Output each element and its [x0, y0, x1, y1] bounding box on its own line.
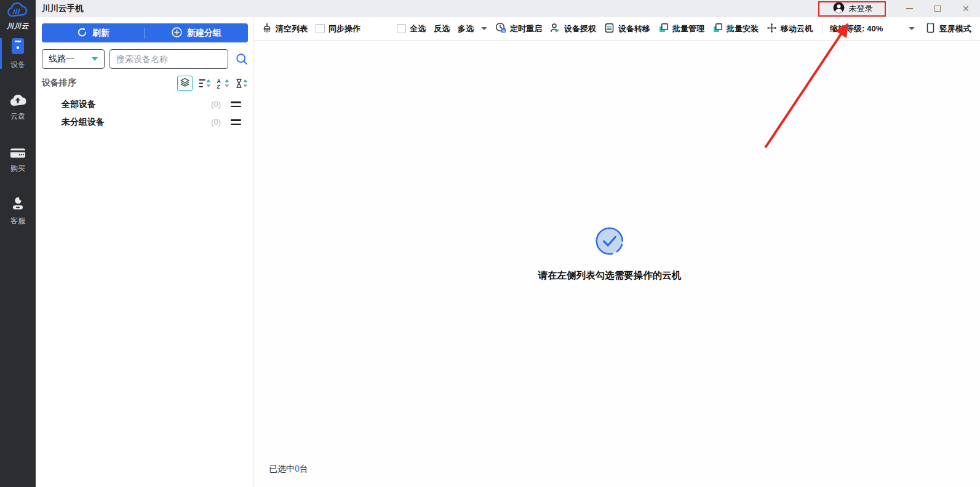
zoom-level-label: 缩放等级:	[830, 23, 864, 34]
phone-icon	[10, 38, 25, 57]
sync-operation-toggle[interactable]: 同步操作	[316, 23, 361, 34]
cloud-disk-icon	[9, 94, 26, 109]
sidebar-item-label: 购买	[10, 164, 25, 174]
refresh-icon	[77, 27, 87, 39]
customer-service-icon	[10, 196, 25, 213]
device-auth-button[interactable]: 设备授权	[550, 23, 596, 35]
refresh-label: 刷新	[92, 28, 110, 39]
portrait-mode-button[interactable]: 竖屏模式	[926, 22, 971, 35]
device-auth-label: 设备授权	[564, 23, 596, 34]
layers-icon	[180, 77, 190, 90]
sidebar-item-label: 客服	[10, 216, 25, 226]
hourglass-sort-icon[interactable]	[235, 78, 248, 89]
group-name: 未分组设备	[62, 117, 105, 128]
new-group-button[interactable]: 新建分组	[145, 23, 248, 42]
app-logo: 川川云	[0, 2, 36, 31]
batch-manage-label: 批量管理	[672, 23, 704, 34]
sidebar-item-cloud-disk[interactable]: 云盘	[0, 90, 36, 125]
layers-sort-button[interactable]	[177, 76, 193, 91]
main-content: 请在左侧列表勾选需要操作的云机 已选中0台	[253, 41, 980, 487]
sidebar-item-label: 云盘	[10, 111, 25, 122]
sort-row: 设备排序 A	[42, 75, 248, 91]
batch-manage-icon	[658, 23, 669, 35]
multi-select-label: 多选	[458, 23, 474, 34]
invert-select-button[interactable]: 反选	[434, 23, 450, 34]
select-all-toggle[interactable]: 全选	[397, 23, 426, 34]
batch-install-icon	[712, 23, 723, 35]
new-group-label: 新建分组	[187, 28, 221, 39]
device-transfer-button[interactable]: 设备转移	[604, 23, 650, 35]
line-select-value: 线路一	[49, 53, 92, 65]
minimize-button[interactable]	[895, 0, 923, 17]
empty-state-message: 请在左侧列表勾选需要操作的云机	[538, 269, 682, 282]
selection-status: 已选中0台	[269, 464, 308, 475]
search-icon[interactable]	[236, 53, 248, 65]
sort-label: 设备排序	[42, 77, 76, 89]
maximize-icon	[934, 6, 941, 12]
group-menu-icon[interactable]	[231, 119, 241, 125]
selection-count: 0	[295, 464, 300, 473]
selection-suffix: 台	[300, 464, 308, 473]
batch-install-label: 批量安装	[727, 23, 759, 34]
move-icon	[767, 23, 777, 35]
refresh-button[interactable]: 刷新	[42, 23, 145, 42]
maximize-button[interactable]	[923, 0, 952, 17]
group-count: (0)	[211, 117, 221, 127]
zoom-level-select[interactable]: 缩放等级: 40%	[830, 23, 915, 34]
logo-text: 川川云	[0, 22, 36, 31]
device-transfer-label: 设备转移	[618, 23, 650, 34]
login-button[interactable]: 未登录	[820, 1, 885, 16]
sidebar-item-devices[interactable]: 设备	[0, 36, 36, 71]
group-menu-icon[interactable]	[231, 101, 241, 107]
chevron-down-icon	[481, 27, 487, 30]
group-row-all-devices[interactable]: 全部设备 (0)	[36, 95, 253, 113]
check-circle-icon	[595, 247, 624, 258]
scheduled-restart-button[interactable]: B 定时重启	[495, 22, 542, 35]
sidebar-item-support[interactable]: 客服	[0, 193, 36, 229]
search-input[interactable]	[110, 49, 228, 69]
az-sort-icon[interactable]: A Z	[217, 78, 229, 89]
chevron-down-icon	[92, 57, 98, 61]
move-cloud-label: 移动云机	[781, 23, 813, 34]
zoom-level-value: 40%	[867, 24, 883, 33]
toolbar-divider	[822, 24, 823, 34]
clear-list-button[interactable]: 清空列表	[262, 23, 308, 35]
empty-state: 请在左侧列表勾选需要操作的云机	[538, 226, 682, 282]
sidebar-item-buy[interactable]: 购买	[0, 143, 36, 178]
panel-action-bar: 刷新 新建分组	[42, 23, 248, 42]
batch-manage-button[interactable]: 批量管理	[658, 23, 704, 35]
window-controls: ✕	[895, 0, 980, 17]
toolbar: 清空列表 同步操作 全选 反选 多选 B 定时重启	[253, 17, 980, 41]
line-select[interactable]: 线路一	[42, 49, 105, 69]
close-button[interactable]: ✕	[952, 0, 980, 17]
sidebar: 川川云 设备 云盘 购买	[0, 0, 36, 487]
svg-text:B: B	[503, 29, 505, 33]
user-avatar-icon	[833, 2, 845, 16]
selection-prefix: 已选中	[269, 464, 295, 473]
list-sort-icon[interactable]	[198, 78, 211, 89]
clock-restart-icon: B	[495, 22, 506, 35]
transfer-icon	[604, 23, 615, 35]
plus-circle-icon	[172, 27, 182, 39]
window-title: 川川云手机	[42, 3, 84, 14]
cloud-logo-icon	[6, 10, 30, 20]
group-row-ungrouped[interactable]: 未分组设备 (0)	[36, 113, 253, 131]
invert-select-label: 反选	[434, 23, 450, 34]
move-cloud-button[interactable]: 移动云机	[767, 23, 813, 35]
credit-card-icon	[10, 148, 26, 161]
device-panel: 刷新 新建分组 线路一 设备排序	[36, 17, 253, 487]
select-all-label: 全选	[410, 23, 426, 34]
broom-icon	[262, 23, 272, 35]
select-all-checkbox[interactable]	[397, 24, 406, 33]
batch-install-button[interactable]: 批量安装	[712, 23, 759, 35]
multi-select-button[interactable]: 多选	[458, 23, 487, 34]
clear-list-label: 清空列表	[276, 23, 308, 34]
sync-checkbox[interactable]	[316, 24, 325, 33]
close-icon: ✕	[962, 4, 970, 13]
titlebar: 川川云手机 未登录 ✕	[36, 0, 980, 17]
portrait-mode-label: 竖屏模式	[939, 23, 971, 34]
scheduled-restart-label: 定时重启	[510, 23, 542, 34]
portrait-phone-icon	[926, 22, 935, 35]
filter-row: 线路一	[42, 49, 248, 69]
svg-text:Z: Z	[217, 83, 220, 89]
